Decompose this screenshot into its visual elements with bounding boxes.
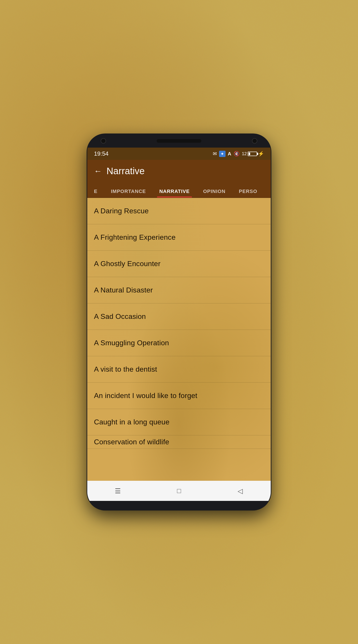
list-item[interactable]: Conservation of wildlife [87,435,271,449]
home-button[interactable]: □ [170,484,188,498]
list-item[interactable]: A Smuggling Operation [87,330,271,356]
battery-percent: 12 [242,151,247,156]
notification-icon: ✉ [213,151,217,157]
list-item-text: A visit to the dentist [94,365,157,374]
speaker [157,139,201,143]
charging-icon: ⚡ [258,151,264,157]
status-time: 19:54 [94,150,109,157]
mute-icon: 🔇 [234,151,240,157]
tab-importance[interactable]: IMPORTANCE [104,188,153,198]
phone-hardware-bottom [87,501,271,510]
app-title: Narrative [107,166,145,176]
font-icon: A [228,151,231,157]
back-triangle-icon: ◁ [238,487,243,495]
list-item[interactable]: A Daring Rescue [87,198,271,224]
list-item-text: Conservation of wildlife [94,438,169,446]
tab-e[interactable]: E [87,188,104,198]
battery-indicator: 12 ⚡ [242,151,264,157]
list-item[interactable]: A Natural Disaster [87,277,271,304]
square-home-icon: □ [177,487,181,495]
list-item[interactable]: A Ghostly Encounter [87,251,271,277]
list-item[interactable]: Caught in a long queue [87,409,271,435]
bottom-nav-bar: ☰ □ ◁ [87,481,271,501]
front-camera-left [101,138,106,144]
list-item-text: A Daring Rescue [94,207,149,215]
status-icons: ✉ ✦ A 🔇 12 ⚡ [213,151,264,157]
list-item[interactable]: A Frightening Experience [87,224,271,251]
back-nav-button[interactable]: ◁ [231,484,249,498]
list-item[interactable]: An incident I would like to forget [87,382,271,409]
app-bar: ← Narrative [87,160,271,182]
content-list: A Daring Rescue A Frightening Experience… [87,198,271,481]
tab-perso[interactable]: PERSO [232,188,264,198]
menu-button[interactable]: ☰ [109,484,127,498]
tab-narrative[interactable]: NARRATIVE [153,188,196,198]
screen: 19:54 ✉ ✦ A 🔇 12 ⚡ ← Na [87,148,271,501]
list-item-text: A Frightening Experience [94,233,176,242]
hamburger-menu-icon: ☰ [115,487,121,495]
list-item[interactable]: A Sad Occasion [87,304,271,330]
list-item[interactable]: A visit to the dentist [87,356,271,382]
back-button[interactable]: ← [94,166,102,176]
tab-opinion[interactable]: OPINION [196,188,232,198]
bluetooth-icon: ✦ [220,151,224,156]
list-item-text: A Smuggling Operation [94,339,169,347]
battery-box [248,152,257,156]
status-bar: 19:54 ✉ ✦ A 🔇 12 ⚡ [87,148,271,160]
battery-fill [249,152,250,155]
list-item-text: A Ghostly Encounter [94,260,160,268]
list-item-text: Caught in a long queue [94,418,170,426]
list-item-text: A Sad Occasion [94,312,146,321]
phone-frame: 19:54 ✉ ✦ A 🔇 12 ⚡ ← Na [87,134,271,510]
bluetooth-icon-box: ✦ [219,151,226,157]
tab-bar: E IMPORTANCE NARRATIVE OPINION PERSO [87,182,271,198]
phone-hardware-top [87,134,271,148]
front-camera-right [252,138,257,144]
list-item-text: A Natural Disaster [94,286,153,294]
list-item-text: An incident I would like to forget [94,392,197,400]
